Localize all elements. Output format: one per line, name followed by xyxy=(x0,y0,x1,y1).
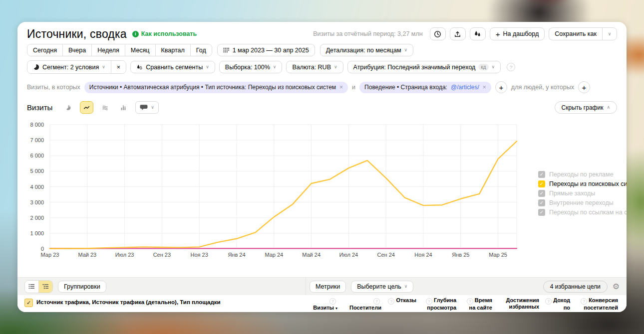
date-range-button[interactable]: 1 мар 2023 — 30 апр 2025 xyxy=(217,44,315,56)
legend-label: Переходы по рекламе xyxy=(549,171,614,178)
legend-item-1[interactable]: ✓Переходы из поисковых систем xyxy=(538,179,627,188)
quick-range-5[interactable]: Год xyxy=(190,44,212,56)
dimensions-header[interactable]: Источник трафика, Источник трафика (дета… xyxy=(36,299,221,305)
svg-text:8 000: 8 000 xyxy=(30,122,44,128)
help-icon[interactable]: ? xyxy=(373,298,380,305)
quick-range-group: СегодняВчераНеделяМесяцКварталГод xyxy=(27,44,212,56)
help-icon[interactable]: ? xyxy=(507,63,515,71)
annotations-dropdown[interactable]: ∨ xyxy=(135,101,159,114)
groupings-button[interactable]: Группировки xyxy=(58,281,106,293)
svg-text:Янв 24: Янв 24 xyxy=(228,252,245,258)
table-header: ✓ Источник трафика, Источник трафика (де… xyxy=(17,295,627,312)
column-header-7[interactable]: ?Конверсия посетителей xyxy=(575,297,618,311)
legend-label: Переходы по ссылкам на сайтах xyxy=(549,209,627,216)
goal-select-dropdown[interactable]: Выберите цель∨ xyxy=(351,281,413,293)
favorite-goals-button[interactable]: 4 избранные цели xyxy=(543,281,608,293)
list-view-icon xyxy=(28,284,35,289)
column-header-4[interactable]: ?Время на сайте xyxy=(461,297,492,311)
metric-columns: ?Визиты▾?Посетители?Отказы?Глубина просм… xyxy=(310,297,623,312)
currency-dropdown[interactable]: Валюта: RUB∨ xyxy=(286,61,343,73)
attribution-dropdown[interactable]: Атрибуция: Последний значимый переход кд… xyxy=(347,61,501,73)
svg-text:Май 23: Май 23 xyxy=(78,252,96,258)
chart-header: Визиты ∨ Скрыть график∧ xyxy=(27,101,617,114)
tree-view-button[interactable] xyxy=(38,281,52,293)
close-icon[interactable]: × xyxy=(483,84,486,91)
visits-chart: 01 0002 0003 0004 0005 0006 0007 0008 00… xyxy=(17,119,547,264)
legend-item-4[interactable]: ✓Переходы по ссылкам на сайтах xyxy=(538,207,627,217)
column-header-6[interactable]: ?Доход по xyxy=(544,297,570,311)
detail-dropdown[interactable]: Детализация: по месяцам∨ xyxy=(320,44,413,56)
metrica-report-card: Источники, сводка i Как использовать Виз… xyxy=(17,22,627,312)
export-button[interactable] xyxy=(450,27,466,40)
add-visit-condition-button[interactable]: + xyxy=(495,81,507,93)
chevron-up-icon: ∧ xyxy=(607,105,610,110)
sort-desc-icon: ▾ xyxy=(335,306,337,311)
history-button[interactable] xyxy=(430,27,446,40)
column-header-2[interactable]: ?Отказы xyxy=(386,297,416,305)
legend-item-3[interactable]: ✓Внутренние переходы xyxy=(538,198,627,207)
legend-checkbox[interactable]: ✓ xyxy=(538,190,545,197)
pie-chart-icon xyxy=(65,104,71,112)
column-header-3[interactable]: ?Глубина просмотра xyxy=(421,297,456,311)
legend-item-0[interactable]: ✓Переходы по рекламе xyxy=(538,169,627,179)
legend-checkbox[interactable]: ✓ xyxy=(538,180,545,187)
column-header-1[interactable]: ?Посетители xyxy=(342,297,381,311)
help-icon[interactable]: ? xyxy=(426,298,432,305)
bar-chart-button[interactable] xyxy=(117,101,130,114)
quick-range-1[interactable]: Вчера xyxy=(62,44,91,56)
line-chart-button[interactable] xyxy=(80,101,93,114)
save-as-button[interactable]: Сохранить как xyxy=(549,27,602,40)
segment-dropdown[interactable]: Сегмент: 2 условия∨ xyxy=(27,61,111,73)
help-icon[interactable]: ? xyxy=(467,298,473,305)
add-to-dashboard-button[interactable]: + На дашборд xyxy=(490,27,545,40)
chevron-down-icon: ∨ xyxy=(492,65,495,69)
column-header-5[interactable]: Достижения избранных xyxy=(497,297,539,310)
condition-pill-behavior[interactable]: Поведение • Страница входа: @/articles/ … xyxy=(359,82,491,93)
stacked-area-icon xyxy=(102,104,108,112)
metrica-drops-button[interactable] xyxy=(470,27,486,40)
gear-icon[interactable]: ⚙ xyxy=(613,283,620,291)
list-view-button[interactable] xyxy=(25,281,38,293)
close-icon[interactable]: × xyxy=(339,84,343,91)
help-icon[interactable]: ? xyxy=(388,298,394,305)
clock-icon xyxy=(434,30,441,38)
legend-checkbox[interactable]: ✓ xyxy=(538,171,545,178)
condition-pill-sources[interactable]: Источники • Автоматическая атрибуция • Т… xyxy=(84,82,348,93)
metrics-button[interactable]: Метрики xyxy=(310,281,346,293)
quick-range-3[interactable]: Месяц xyxy=(125,44,155,56)
help-icon[interactable]: ? xyxy=(329,298,336,305)
line-chart-icon xyxy=(83,104,90,112)
legend-item-2[interactable]: ✓Прямые заходы xyxy=(538,188,627,198)
help-icon[interactable]: ? xyxy=(545,298,552,305)
pie-chart-button[interactable] xyxy=(61,101,75,114)
select-all-checkbox[interactable]: ✓ xyxy=(24,299,33,307)
view-mode-toggle xyxy=(24,280,53,293)
svg-text:Мар 25: Мар 25 xyxy=(489,252,507,258)
legend-checkbox[interactable]: ✓ xyxy=(538,209,545,216)
column-label: Доход по xyxy=(553,297,570,311)
legend-checkbox[interactable]: ✓ xyxy=(538,199,545,206)
how-to-use-link[interactable]: Как использовать xyxy=(141,30,197,37)
add-people-condition-button[interactable]: + xyxy=(578,81,590,93)
save-as-caret-button[interactable]: ∨ xyxy=(602,27,617,40)
close-icon: × xyxy=(117,64,120,71)
sampling-dropdown[interactable]: Выборка: 100%∨ xyxy=(219,61,283,73)
stacked-area-button[interactable] xyxy=(98,101,112,114)
column-header-0[interactable]: ?Визиты▾ xyxy=(310,297,337,312)
tree-view-icon xyxy=(42,284,49,289)
table-toolbar: Группировки Метрики Выберите цель∨ 4 изб… xyxy=(17,277,627,295)
segment-clear-button[interactable]: × xyxy=(111,61,126,73)
hide-chart-button[interactable]: Скрыть график∧ xyxy=(555,101,617,114)
svg-text:6 000: 6 000 xyxy=(30,153,44,159)
compare-segments-dropdown[interactable]: Сравнить сегменты∨ xyxy=(130,61,215,73)
column-label: Конверсия посетителей xyxy=(584,297,618,311)
chevron-down-icon: ∨ xyxy=(334,65,337,69)
quick-range-0[interactable]: Сегодня xyxy=(27,44,62,56)
segment-control: Сегмент: 2 условия∨ × xyxy=(27,60,126,74)
and-connector-label: и xyxy=(352,84,355,91)
help-icon[interactable]: ? xyxy=(581,298,587,305)
quick-range-4[interactable]: Квартал xyxy=(155,44,190,56)
entry-page-link[interactable]: @/articles/ xyxy=(451,84,479,91)
quick-range-2[interactable]: Неделя xyxy=(91,44,125,56)
svg-text:Июл 23: Июл 23 xyxy=(115,252,134,258)
